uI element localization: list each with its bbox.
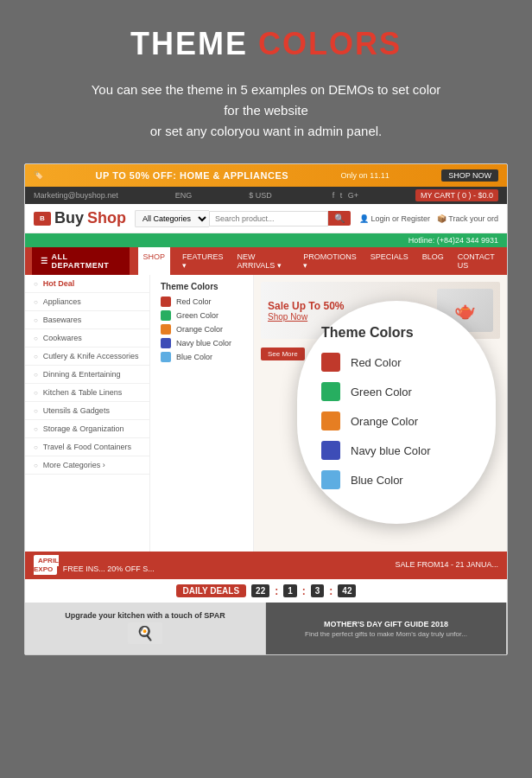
sidebar-item-cutlery[interactable]: Cutlery & Knife Accessories	[25, 348, 149, 366]
countdown-seconds: 42	[338, 584, 356, 597]
mini-color-green: Green Color	[161, 310, 243, 321]
mini-swatch-navy	[161, 338, 171, 348]
mini-label-navy: Navy blue Color	[176, 339, 231, 348]
title-highlight: COLORS	[258, 26, 402, 61]
popup-label-red: Red Color	[351, 356, 402, 369]
logo-shop: Shop	[87, 209, 126, 227]
mini-label-red: Red Color	[176, 297, 212, 306]
logo: B BuyShop	[34, 209, 126, 227]
countdown-sep-1: :	[275, 585, 278, 597]
sidebar-item-utensils[interactable]: Utensils & Gadgets	[25, 402, 149, 420]
hotline-text: Hotline: (+84)24 344 9931	[408, 236, 498, 245]
cart-button[interactable]: MY CART ( 0 ) - $0.0	[415, 189, 498, 201]
theme-colors-mini-panel: Theme Colors Red Color Green Color Orang…	[150, 275, 254, 552]
nav-promotions[interactable]: PROMOTIONS ▾	[301, 247, 358, 275]
popup-title: Theme Colors	[321, 325, 472, 341]
theme-colors-popup: Theme Colors Red Color Green Color Orang…	[297, 301, 496, 524]
page-title: THEME COLORS	[130, 26, 402, 62]
header: B BuyShop All Categories 🔍 👤 Login or Re…	[25, 204, 507, 233]
popup-swatch-blue	[321, 470, 340, 489]
mini-color-red: Red Color	[161, 297, 243, 307]
twitter-icon: t	[340, 191, 343, 200]
gplus-icon: G+	[348, 191, 358, 200]
subtitle-line1: You can see the theme in 5 examples on D…	[92, 82, 441, 97]
deal-image-1: 🍳	[128, 622, 162, 644]
popup-swatch-navy	[321, 441, 340, 460]
april-expo-label: APRILEXPO FREE INS... 20% OFF S...	[34, 556, 155, 573]
search-bar: All Categories 🔍	[135, 210, 351, 227]
mini-color-navy: Navy blue Color	[161, 338, 243, 348]
nav-shop[interactable]: SHOP	[138, 247, 171, 275]
sale-line1: Sale Up To 50%	[268, 300, 344, 312]
deals-row: Upgrade your kitchen with a touch of SPA…	[25, 603, 507, 654]
free-ins-text: FREE INS... 20% OFF S...	[63, 564, 155, 573]
main-screenshot-content: Sale Up To 50% Shop Now 🫖 See More Theme…	[254, 275, 507, 552]
search-button[interactable]: 🔍	[328, 211, 351, 226]
nav-new-arrivals[interactable]: NEW ARRIVALS ▾	[235, 247, 291, 275]
sidebar-item-basewares[interactable]: Basewares	[25, 311, 149, 329]
track-icon: 📦 Track your ord	[437, 214, 498, 223]
daily-deals-bar: DAILY DEALS 22 : 1 : 3 : 42	[25, 577, 507, 603]
nav-blog[interactable]: BLOG	[421, 247, 446, 275]
sidebar-item-more[interactable]: More Categories ›	[25, 456, 149, 475]
hotline-bar: Hotline: (+84)24 344 9931	[25, 233, 507, 247]
see-more-button[interactable]: See More	[261, 348, 305, 360]
popup-color-green: Green Color	[321, 382, 472, 401]
sale-text: Sale Up To 50% Shop Now	[268, 300, 344, 322]
dept-label: ALL DEPARTMENT	[52, 252, 121, 270]
shop-now-button[interactable]: SHOP NOW	[441, 169, 498, 182]
countdown-minutes2: 3	[311, 584, 325, 597]
nav-links: SHOP FEATURES ▾ NEW ARRIVALS ▾ PROMOTION…	[130, 247, 500, 275]
nav-email: Marketing@buyshop.net	[34, 191, 118, 200]
sidebar-item-storage[interactable]: Storage & Organization	[25, 420, 149, 438]
page-subtitle: You can see the theme in 5 examples on D…	[92, 80, 441, 142]
april-label: APRILEXPO	[34, 555, 59, 575]
bottom-promo-strip: APRILEXPO FREE INS... 20% OFF S... SALE …	[25, 552, 507, 577]
sidebar-item-kitchen-linens[interactable]: Kitchen & Table Linens	[25, 384, 149, 402]
logo-icon: B	[34, 212, 51, 226]
social-icons: f t G+	[329, 191, 358, 200]
mini-label-orange: Orange Color	[176, 325, 223, 334]
countdown-sep-3: :	[329, 585, 332, 597]
promo-text: UP TO 50% OFF: HOME & APPLIANCES	[96, 170, 289, 181]
sidebar-item-cookwares[interactable]: Cookwares	[25, 329, 149, 348]
nav-lang: ENG	[175, 191, 193, 200]
nav-specials[interactable]: SPECIALS	[369, 247, 410, 275]
popup-label-blue: Blue Color	[351, 474, 403, 487]
top-promo-bar: 🏷️ UP TO 50% OFF: HOME & APPLIANCES Only…	[25, 164, 507, 187]
sidebar-item-appliances[interactable]: Appliances	[25, 293, 149, 311]
sidebar-item-hot-deal[interactable]: Hot Deal	[25, 275, 149, 293]
mini-swatch-red	[161, 297, 171, 307]
deal-text-1: Upgrade your kitchen with a touch of SPA…	[65, 611, 225, 647]
deal-text-2: MOTHER'S DAY GIFT GUIDE 2018 Find the pe…	[305, 620, 467, 638]
nav-currency: $ USD	[249, 191, 272, 200]
screenshot-container: 🏷️ UP TO 50% OFF: HOME & APPLIANCES Only…	[24, 163, 508, 655]
sale-link[interactable]: Shop Now	[268, 312, 344, 322]
countdown-sep-2: :	[302, 585, 306, 597]
popup-color-orange: Orange Color	[321, 411, 472, 430]
popup-swatch-green	[321, 382, 340, 401]
daily-deals-label: DAILY DEALS	[176, 584, 247, 597]
deal-item-1: Upgrade your kitchen with a touch of SPA…	[25, 603, 266, 654]
search-input[interactable]	[209, 211, 328, 226]
subtitle-line3: or set any coloryou want in admin panel.	[150, 124, 382, 138]
mini-swatch-blue	[161, 352, 171, 362]
nav-contact[interactable]: CONTACT US	[456, 247, 500, 275]
promo-only: Only on 11.11	[341, 171, 390, 180]
mini-swatch-orange	[161, 324, 171, 335]
header-icons: 👤 Login or Register 📦 Track your ord	[359, 214, 498, 223]
popup-color-navy: Navy blue Color	[321, 441, 472, 460]
deal-item-2: MOTHER'S DAY GIFT GUIDE 2018 Find the pe…	[266, 603, 507, 654]
popup-swatch-orange	[321, 411, 340, 430]
sidebar-item-travel[interactable]: Travel & Food Containers	[25, 438, 149, 456]
popup-color-blue: Blue Color	[321, 470, 472, 489]
department-button[interactable]: ☰ ALL DEPARTMENT	[32, 247, 130, 275]
category-select[interactable]: All Categories	[135, 210, 209, 227]
countdown-hours: 22	[251, 584, 269, 597]
nav-bar: Marketing@buyshop.net ENG $ USD f t G+ M…	[25, 187, 507, 204]
logo-buy: Buy	[54, 209, 84, 227]
nav-features[interactable]: FEATURES ▾	[180, 247, 225, 275]
sidebar-item-dinning[interactable]: Dinning & Entertaining	[25, 366, 149, 384]
mini-color-blue: Blue Color	[161, 352, 243, 362]
sale-date-text: SALE FROM14 - 21 JANUA...	[395, 560, 498, 569]
